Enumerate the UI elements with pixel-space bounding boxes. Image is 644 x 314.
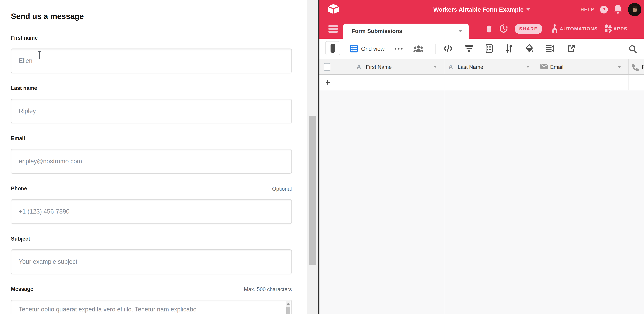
contact-form-pane: Send us a message First name Ellen Last …: [0, 0, 307, 314]
filter-icon[interactable]: [465, 45, 473, 53]
field-last-name: Last name Ripley: [11, 85, 292, 123]
column-caret-icon[interactable]: [526, 66, 530, 68]
history-icon[interactable]: [500, 24, 508, 34]
base-title-caret-icon[interactable]: [526, 8, 530, 11]
field-message: Message Max. 500 characters Tenetur opti…: [11, 286, 292, 314]
first-name-placeholder: Ellen: [19, 57, 32, 64]
message-scrollbar[interactable]: [286, 301, 290, 314]
column-header-last-name[interactable]: Last Name: [458, 64, 483, 70]
text-field-icon: A: [448, 63, 453, 71]
field-phone: Phone Optional +1 (123) 456-7890: [11, 186, 292, 224]
message-placeholder: Tenetur optio quaerat expedita vero et i…: [19, 306, 196, 313]
toolbar-divider: [436, 44, 436, 54]
message-scroll-thumb[interactable]: [286, 307, 290, 314]
help-question-icon[interactable]: ?: [600, 6, 608, 14]
column-header-first-name[interactable]: First Name: [366, 64, 392, 70]
hide-fields-icon[interactable]: [444, 45, 452, 53]
last-name-placeholder: Ripley: [19, 107, 36, 115]
view-toolbar: Grid view: [320, 39, 644, 59]
airtable-pane: Workers Airtable Form Example HELP ?: [320, 0, 644, 314]
table-tab-bar: Form Submissions SHARE: [320, 19, 644, 39]
last-name-label: Last name: [11, 85, 37, 91]
user-avatar[interactable]: [628, 3, 641, 16]
window-divider: [318, 0, 320, 314]
frozen-column-divider: [444, 90, 444, 314]
phone-optional-hint: Optional: [272, 186, 292, 192]
help-button[interactable]: HELP: [580, 7, 594, 12]
phone-placeholder: +1 (123) 456-7890: [19, 208, 70, 215]
color-icon[interactable]: [526, 44, 534, 54]
message-maxchars-hint: Max. 500 characters: [244, 286, 292, 292]
first-name-input[interactable]: Ellen: [11, 49, 292, 73]
email-label: Email: [11, 135, 25, 141]
add-row-plus-icon[interactable]: +: [325, 77, 330, 87]
table-caret-icon[interactable]: [458, 30, 462, 32]
view-name[interactable]: Grid view: [361, 46, 385, 52]
column-caret-icon[interactable]: [434, 66, 437, 68]
subject-placeholder: Your example subject: [19, 258, 77, 265]
trash-icon[interactable]: [486, 25, 492, 33]
phone-icon: [632, 64, 639, 72]
automations-icon[interactable]: [551, 24, 558, 34]
row-height-icon[interactable]: [546, 45, 554, 53]
text-field-icon: A: [357, 63, 361, 71]
view-options-icon[interactable]: [395, 48, 402, 50]
select-all-checkbox[interactable]: [324, 63, 330, 71]
grid-header-row: A First Name A Last Name Email Phone: [320, 59, 644, 75]
share-view-icon[interactable]: [567, 45, 575, 53]
grid-body: [320, 90, 644, 314]
scroll-up-icon[interactable]: [287, 302, 290, 304]
last-name-input[interactable]: Ripley: [11, 99, 292, 123]
automations-button[interactable]: AUTOMATIONS: [560, 26, 598, 32]
field-subject: Subject Your example subject: [11, 236, 292, 274]
column-caret-icon[interactable]: [618, 66, 621, 68]
subject-input[interactable]: Your example subject: [11, 249, 292, 274]
notifications-bell-icon[interactable]: [614, 5, 622, 15]
grid-view-icon: [350, 45, 358, 53]
column-header-phone[interactable]: Phone: [642, 64, 644, 70]
group-icon[interactable]: [486, 44, 493, 54]
phone-label: Phone: [11, 186, 27, 191]
subject-label: Subject: [11, 236, 30, 242]
share-button-label: SHARE: [519, 26, 538, 32]
sidebar-panel-icon: [330, 44, 335, 53]
base-title[interactable]: Workers Airtable Form Example: [433, 6, 524, 13]
share-button[interactable]: SHARE: [515, 24, 542, 34]
collaborators-icon[interactable]: [414, 45, 423, 53]
table-tab-form-submissions[interactable]: Form Submissions: [343, 24, 468, 39]
message-label: Message: [11, 286, 33, 292]
message-textarea[interactable]: Tenetur optio quaerat expedita vero et i…: [11, 300, 292, 314]
apps-button[interactable]: APPS: [613, 26, 627, 32]
sidebar-menu-icon[interactable]: [328, 25, 338, 33]
sort-icon[interactable]: [506, 44, 513, 54]
form-pane-scrollbar[interactable]: [307, 0, 318, 314]
phone-input[interactable]: +1 (123) 456-7890: [11, 199, 292, 224]
email-placeholder: eripley@nostromo.com: [19, 158, 82, 165]
first-name-label: First name: [11, 35, 38, 41]
field-first-name: First name Ellen: [11, 35, 292, 73]
airtable-top-bar: Workers Airtable Form Example HELP ?: [320, 0, 644, 19]
form-pane-scroll-thumb[interactable]: [309, 116, 316, 265]
apps-icon[interactable]: [604, 25, 612, 33]
table-tab-label: Form Submissions: [352, 28, 402, 34]
field-email: Email eripley@nostromo.com: [11, 135, 292, 174]
search-icon[interactable]: [629, 45, 637, 54]
email-input[interactable]: eripley@nostromo.com: [11, 149, 292, 174]
email-icon: [540, 64, 548, 70]
form-title: Send us a message: [11, 12, 84, 21]
view-sidebar-toggle-button[interactable]: [325, 41, 340, 55]
add-row[interactable]: +: [320, 75, 644, 90]
column-header-email[interactable]: Email: [550, 64, 564, 70]
